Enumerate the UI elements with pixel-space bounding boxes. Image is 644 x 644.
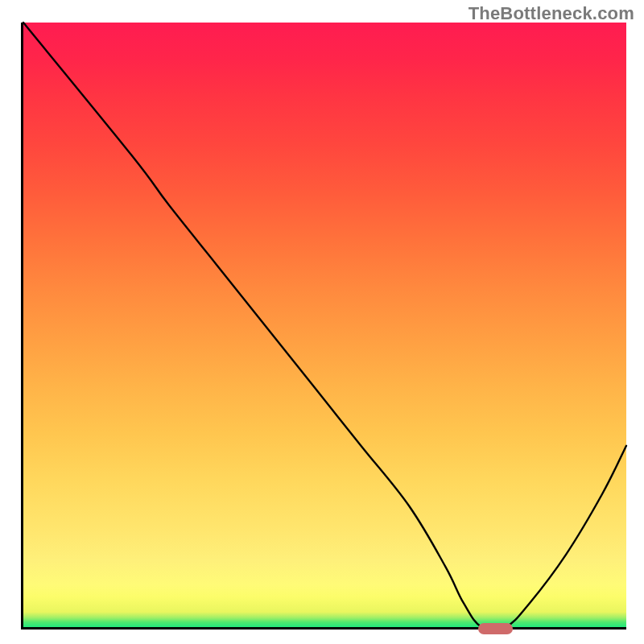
- bottleneck-curve: [23, 23, 626, 627]
- plot-area: [21, 23, 626, 630]
- watermark-text: TheBottleneck.com: [469, 3, 634, 24]
- bottleneck-marker: [478, 623, 514, 634]
- chart-container: TheBottleneck.com: [0, 0, 644, 644]
